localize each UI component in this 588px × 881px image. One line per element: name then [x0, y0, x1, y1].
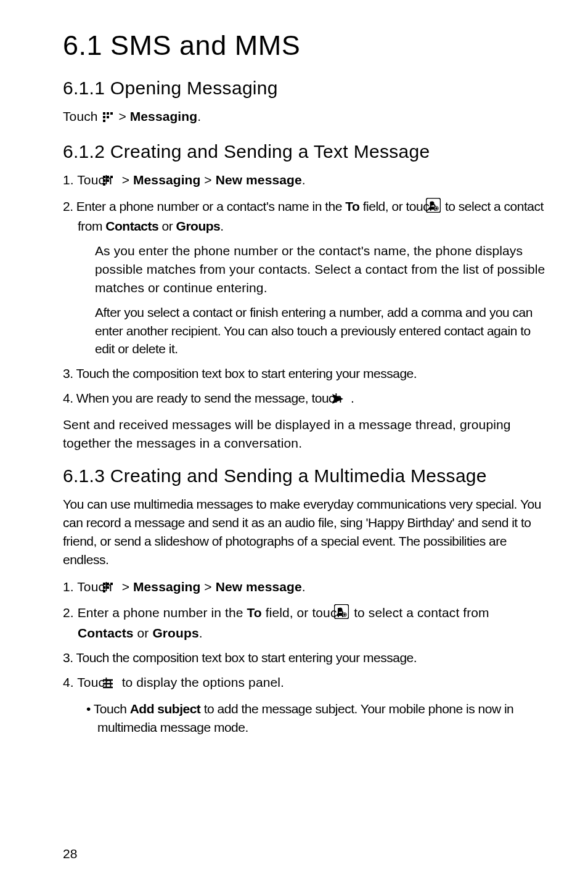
svg-marker-17 [332, 394, 343, 404]
svg-rect-5 [103, 120, 105, 122]
svg-rect-4 [107, 116, 109, 118]
section-title: 6.1 SMS and MMS [63, 30, 549, 62]
svg-rect-3 [103, 116, 105, 118]
heading-613: 6.1.3 Creating and Sending a Multimedia … [63, 465, 549, 486]
svg-rect-19 [107, 583, 109, 585]
svg-point-25 [338, 608, 343, 612]
svg-rect-8 [110, 176, 113, 178]
svg-rect-6 [103, 176, 105, 178]
svg-rect-20 [110, 583, 113, 585]
page: 6.1 SMS and MMS 6.1.1 Opening Messaging … [0, 0, 588, 881]
svg-rect-9 [103, 179, 105, 182]
heading-612: 6.1.2 Creating and Sending a Text Messag… [63, 141, 549, 162]
intro-613: You can use multimedia messages to make … [63, 495, 549, 568]
svg-rect-11 [103, 183, 105, 186]
line-611-touch: Touch > Messaging. [63, 107, 549, 128]
apps-grid-icon [102, 109, 113, 128]
svg-rect-21 [103, 586, 105, 589]
svg-point-13 [430, 201, 434, 205]
step-612-4: 4. When you are ready to send the messag… [63, 389, 549, 409]
bullet-613: • Touch Add subject to add the message s… [63, 700, 549, 737]
svg-rect-7 [107, 176, 109, 178]
svg-rect-24 [335, 605, 349, 619]
svg-rect-22 [107, 586, 109, 589]
note-612-1: As you enter the phone number or the con… [63, 242, 549, 297]
svg-rect-23 [103, 590, 105, 592]
step-613-4: 4. Touch to display the options panel. [63, 673, 549, 694]
svg-rect-0 [103, 112, 105, 115]
step-613-1: 1. Touch > Messaging > New message. [63, 578, 549, 598]
heading-611: 6.1.1 Opening Messaging [63, 78, 549, 99]
step-612-1: 1. Touch > Messaging > New message. [63, 171, 549, 191]
step-613-3: 3. Touch the composition text box to sta… [63, 649, 549, 667]
svg-rect-2 [110, 112, 113, 115]
note-612-2: After you select a contact or finish ent… [63, 303, 549, 358]
step-613-2: 2. Enter a phone number in the To field,… [63, 604, 549, 642]
step-612-3: 3. Touch the composition text box to sta… [63, 364, 549, 383]
svg-rect-18 [103, 583, 105, 585]
svg-rect-12 [426, 198, 440, 212]
para-612: Sent and received messages will be displ… [63, 416, 549, 453]
svg-rect-1 [107, 112, 109, 115]
step-612-2: 2. Enter a phone number or a contact's n… [63, 197, 549, 236]
page-number: 28 [63, 846, 77, 861]
svg-rect-10 [107, 179, 109, 182]
